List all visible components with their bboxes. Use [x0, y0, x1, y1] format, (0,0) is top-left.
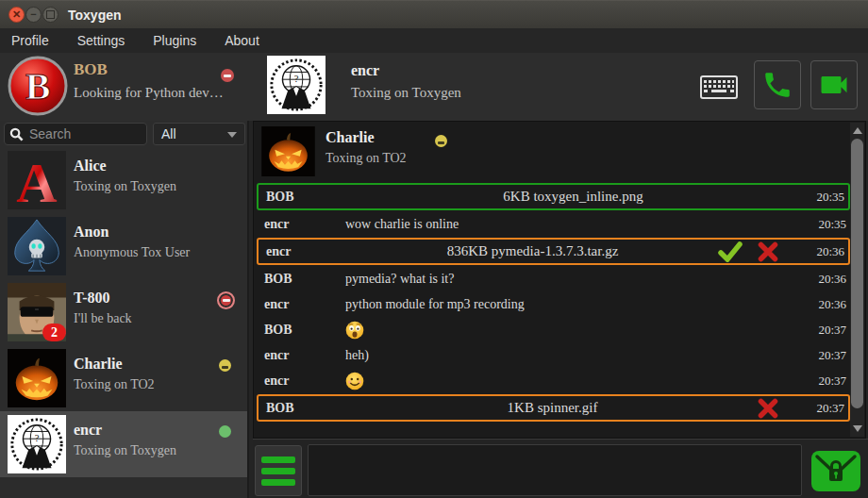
menu-bar: Profile Settings Plugins About — [0, 28, 868, 53]
contact-row-charlie[interactable]: Charlie Toxing on TO2 — [0, 345, 247, 411]
menu-about[interactable]: About — [210, 28, 274, 53]
menu-plugins[interactable]: Plugins — [139, 28, 210, 53]
busy-status-icon — [217, 291, 235, 309]
contact-status-message: Toxing on Toxygen — [74, 179, 176, 194]
message-sender: BOB — [264, 323, 345, 338]
contact-status-message: Toxing on Toxygen — [74, 443, 176, 458]
header-bar: B BOB Looking for Python dev… ? encr Tox… — [0, 53, 868, 121]
menu-settings[interactable]: Settings — [63, 28, 140, 53]
chat-peer-avatar — [261, 126, 315, 176]
file-transfer-row: BOB 6KB toxygen_inline.png 20:35 — [257, 183, 850, 210]
maximize-button[interactable] — [42, 7, 58, 23]
fearful-face-emoji — [345, 321, 364, 340]
avatar-encr: ? — [8, 415, 66, 473]
contact-row-encr[interactable]: ? encr Toxing on Toxygen — [0, 411, 247, 477]
avatar-anon — [8, 217, 66, 275]
message-input[interactable] — [308, 444, 802, 496]
message-sender: BOB — [266, 401, 347, 416]
contacts-sidebar: All A Alice Toxing on Toxygen — [0, 121, 249, 498]
conversation-peer-status: Toxing on Toxygen — [351, 85, 461, 101]
send-encrypted-icon — [810, 447, 862, 494]
phone-icon — [761, 69, 793, 101]
scroll-up-arrow[interactable] — [853, 127, 862, 134]
search-input[interactable] — [27, 125, 146, 142]
scroll-down-arrow[interactable] — [853, 425, 862, 432]
file-transfer-actions — [758, 398, 778, 419]
decline-transfer-button[interactable] — [758, 241, 778, 262]
message-time: 20:36 — [799, 244, 844, 259]
cross-icon — [758, 398, 778, 419]
window-title: Toxygen — [68, 1, 122, 29]
contact-name: Charlie — [74, 356, 123, 373]
search-box[interactable] — [4, 123, 147, 145]
message-sender: encr — [264, 217, 345, 232]
message-sender: encr — [266, 244, 347, 259]
contact-row-alice[interactable]: A Alice Toxing on Toxygen — [0, 147, 247, 213]
self-status-message: Looking for Python dev… — [74, 85, 224, 101]
scrollbar-thumb[interactable] — [851, 139, 863, 408]
away-status-icon — [435, 135, 447, 147]
minimize-button[interactable]: − — [25, 7, 42, 23]
maximize-icon — [46, 10, 55, 19]
composer-bar — [253, 439, 868, 498]
away-status-icon — [219, 359, 231, 372]
file-transfer-label: 836KB pymedia-1.3.7.3.tar.gz — [347, 243, 718, 259]
message-row: BOB 20: — [257, 317, 850, 342]
accept-transfer-button[interactable] — [718, 241, 743, 262]
contact-row-t800[interactable]: T-800 I'll be back 2 — [0, 279, 247, 345]
message-sender: encr — [264, 348, 345, 363]
contact-row-anon[interactable]: Anon Anonymous Tox User — [0, 213, 247, 279]
hamburger-menu-icon — [261, 479, 295, 486]
video-camera-icon — [817, 68, 851, 102]
cancel-transfer-button[interactable] — [758, 398, 778, 419]
avatar-charlie — [8, 349, 66, 407]
toxygen-window: ✕ − Toxygen Profile Settings Plugins Abo… — [0, 0, 868, 498]
message-row: encr python module for mp3 recording 20:… — [257, 291, 850, 317]
message-time: 20:37 — [801, 374, 846, 389]
svg-text:A: A — [16, 151, 57, 209]
close-button[interactable]: ✕ — [8, 7, 25, 23]
search-icon — [9, 127, 24, 141]
audio-call-button[interactable] — [754, 60, 801, 109]
send-message-button[interactable] — [810, 447, 862, 494]
file-transfer-row: encr 836KB pymedia-1.3.7.3.tar.gz 20:36 — [257, 238, 850, 265]
message-time: 20:37 — [799, 401, 844, 416]
contact-status-message: Anonymous Tox User — [74, 245, 190, 260]
chat-peer-name: Charlie — [326, 129, 375, 146]
message-time: 20:36 — [801, 297, 846, 312]
message-sender: BOB — [264, 272, 345, 287]
contact-name: Anon — [74, 224, 108, 241]
contact-name: Alice — [74, 158, 107, 174]
message-time: 20:35 — [799, 190, 844, 205]
keyboard-icon — [700, 75, 738, 103]
video-call-button[interactable] — [810, 60, 858, 109]
contact-filter-value: All — [161, 126, 176, 141]
message-row: encr heh) 20:37 — [257, 342, 850, 368]
conversation-peer-name: encr — [351, 62, 379, 79]
contact-filter-dropdown[interactable]: All — [153, 123, 245, 145]
self-busy-status-icon[interactable] — [221, 69, 234, 82]
message-row: BOB pymedia? what is it? 20:36 — [257, 266, 850, 291]
file-transfer-actions — [718, 241, 778, 262]
svg-text:B: B — [25, 65, 51, 108]
chat-scrollbar[interactable] — [850, 123, 864, 437]
file-transfer-row: BOB 1KB spinner.gif 20:37 — [257, 394, 850, 422]
file-transfer-label: 1KB spinner.gif — [347, 400, 758, 416]
conversation-peer-avatar: ? — [267, 56, 326, 114]
menu-profile[interactable]: Profile — [0, 28, 63, 53]
svg-text:?: ? — [294, 74, 299, 84]
message-emoji — [345, 321, 801, 340]
smileys-menu-button[interactable] — [255, 445, 302, 496]
svg-text:?: ? — [35, 433, 40, 443]
message-row: encr wow charlie is online 20:35 — [257, 211, 850, 237]
self-avatar[interactable]: B — [8, 56, 68, 116]
hamburger-menu-icon — [261, 456, 295, 463]
search-row: All — [0, 121, 247, 147]
online-status-icon — [219, 425, 231, 438]
contact-status-message: Toxing on TO2 — [74, 377, 155, 392]
message-text: pymedia? what is it? — [345, 272, 801, 287]
message-list: BOB 6KB toxygen_inline.png 20:35 encr wo… — [257, 182, 850, 423]
message-time: 20:36 — [801, 272, 846, 287]
message-sender: encr — [264, 297, 345, 312]
chevron-down-icon — [227, 132, 237, 138]
